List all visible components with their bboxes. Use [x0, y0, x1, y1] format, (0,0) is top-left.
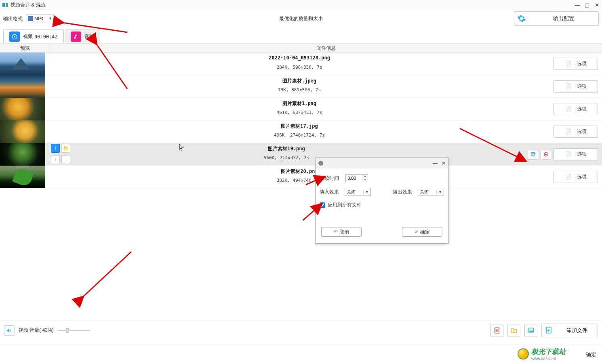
close-button[interactable]: ✕ — [594, 2, 600, 8]
slider-thumb[interactable] — [66, 328, 69, 333]
tab-audio-label: 音频 — [84, 33, 94, 40]
ok-label: 确定 — [420, 229, 430, 236]
svg-point-3 — [318, 161, 323, 166]
options-icon: 📄 — [565, 106, 571, 112]
spin-up[interactable]: ▲ — [362, 175, 368, 178]
tab-video-time: 00:00:42 — [34, 34, 58, 40]
add-file-button[interactable]: 添加文件 — [541, 324, 598, 337]
format-icon — [28, 16, 33, 21]
options-dialog: — ✕ 持续时间 ▲▼ 淡入效果 关闭 ▼ 淡出效果 关闭 ▼ — [315, 158, 448, 244]
tab-video[interactable]: 视频 00:00:42 — [3, 29, 64, 43]
thumbnail — [0, 166, 45, 188]
quality-text: 最优化的质量和大小 — [279, 15, 323, 22]
thumbnail — [0, 53, 45, 75]
footer-ok-button[interactable]: 确定 — [586, 351, 596, 358]
dialog-cancel-button[interactable]: ↶ 取消 — [321, 227, 362, 237]
duration-label: 持续时间 — [320, 175, 342, 182]
file-info: 73K, 889x500, 7s — [278, 87, 321, 93]
dialog-ok-button[interactable]: ✔ 确定 — [402, 227, 442, 237]
audio-icon — [71, 32, 81, 42]
svg-line-13 — [83, 252, 131, 297]
bottom-bar: 视频 音量( 43%) 添加文件 — [0, 320, 602, 340]
dialog-icon — [318, 160, 324, 166]
top-toolbar: 输出格式 MP4 ▼ 最优化的质量和大小 输出配置 — [0, 10, 602, 27]
options-icon: 📄 — [565, 151, 571, 157]
output-config-button[interactable]: 输出配置 — [514, 11, 599, 26]
file-name: 图片素材20.png — [281, 168, 318, 175]
fadeout-select[interactable]: 关闭 ▼ — [418, 188, 444, 196]
options-icon: 📄 — [565, 128, 571, 135]
minimize-button[interactable]: — — [575, 2, 580, 8]
svg-rect-1 — [6, 3, 8, 7]
volume-slider[interactable] — [58, 330, 90, 331]
file-row[interactable]: 图片素材1.png 461K, 687x431, 7s 📄 选项 — [0, 98, 602, 120]
gear-icon — [514, 14, 529, 23]
column-headers: 预览 文件信息 — [0, 44, 602, 53]
watermark: 极光下载站 www.xz7.com — [518, 347, 566, 361]
thumbnail — [0, 143, 45, 166]
add-file-icon — [542, 326, 556, 335]
options-button[interactable]: 📄 选项 — [554, 58, 598, 70]
options-label: 选项 — [577, 128, 587, 135]
thumbnail — [0, 75, 45, 98]
fadein-select[interactable]: 关闭 ▼ — [345, 188, 371, 196]
output-format-label: 输出格式 — [3, 15, 23, 22]
options-button[interactable]: 📄 选项 — [554, 126, 598, 138]
duration-input[interactable] — [346, 175, 362, 182]
svg-point-6 — [529, 329, 530, 330]
dialog-close-button[interactable]: ✕ — [442, 160, 446, 166]
file-info: 461K, 687x431, 7s — [277, 110, 322, 115]
thumbnail — [0, 120, 45, 143]
options-button[interactable]: 📄 选项 — [554, 80, 598, 93]
add-file-label: 添加文件 — [556, 327, 598, 334]
options-label: 选项 — [577, 105, 587, 112]
file-row[interactable]: 图片素材20.png 382K, 494x740, 7s 📄 选项 — [0, 166, 602, 188]
thumbnail — [0, 98, 45, 120]
options-label: 选项 — [577, 60, 587, 67]
file-info: 284K, 596x336, 7s — [277, 65, 322, 70]
applyall-checkbox[interactable] — [320, 202, 325, 208]
add-folder-button[interactable] — [507, 324, 520, 337]
tab-audio[interactable]: 音频 — [65, 29, 100, 43]
file-row-selected[interactable]: i 📁 ↑ ↓ 图片素材19.png 560K, 714x432, 7s ⧉ ⊖… — [0, 143, 602, 166]
file-row[interactable]: 图片素材17.jpg 496K, 2748x1724, 7s 📄 选项 — [0, 120, 602, 143]
fadeout-label: 淡出效果 — [393, 189, 415, 196]
footer: 极光下载站 www.xz7.com 确定 — [0, 345, 602, 364]
file-name: 2022-10-04_093128.png — [269, 55, 330, 61]
delete-file-button[interactable] — [490, 324, 503, 337]
undo-icon: ↶ — [334, 229, 338, 235]
cancel-label: 取消 — [339, 229, 349, 236]
options-button[interactable]: 📄 选项 — [554, 103, 598, 115]
file-row[interactable]: 图片素材.jpeg 73K, 889x500, 7s 📄 选项 — [0, 75, 602, 98]
fadein-label: 淡入效果 — [320, 189, 341, 196]
watermark-url: www.xz7.com — [531, 356, 566, 361]
copy-button[interactable]: ⧉ — [528, 149, 538, 160]
file-info: 496K, 2748x1724, 7s — [274, 133, 325, 138]
check-icon: ✔ — [415, 229, 419, 235]
options-label: 选项 — [577, 173, 587, 180]
spin-down[interactable]: ▼ — [362, 178, 368, 182]
file-name: 图片素材.jpeg — [282, 78, 316, 84]
applyall-label: 应用到所有文件 — [328, 202, 362, 208]
titlebar: 视频合并 & 混流 — ▢ ✕ — [0, 0, 602, 10]
options-button[interactable]: 📄 选项 — [554, 171, 598, 183]
remove-button[interactable]: ⊖ — [541, 149, 551, 160]
options-button[interactable]: 📄 选项 — [554, 148, 598, 160]
output-config-label: 输出配置 — [529, 15, 598, 22]
options-icon: 📄 — [565, 174, 571, 180]
tab-video-label: 视频 — [23, 33, 33, 40]
maximize-button[interactable]: ▢ — [584, 2, 590, 8]
add-image-button[interactable] — [524, 324, 537, 337]
volume-label: 视频 音量( 43%) — [19, 327, 54, 334]
duration-spinner[interactable]: ▲▼ — [345, 174, 368, 182]
options-label: 选项 — [577, 83, 587, 90]
file-name: 图片素材19.png — [268, 145, 305, 152]
video-icon — [9, 32, 20, 42]
file-row[interactable]: 2022-10-04_093128.png 284K, 596x336, 7s … — [0, 53, 602, 75]
tabs: 视频 00:00:42 音频 — [0, 27, 602, 44]
dialog-minimize-button[interactable]: — — [433, 160, 438, 166]
globe-icon — [518, 348, 529, 360]
output-format-select[interactable]: MP4 ▼ — [26, 14, 54, 23]
svg-rect-0 — [2, 3, 5, 7]
volume-button[interactable] — [4, 325, 15, 336]
